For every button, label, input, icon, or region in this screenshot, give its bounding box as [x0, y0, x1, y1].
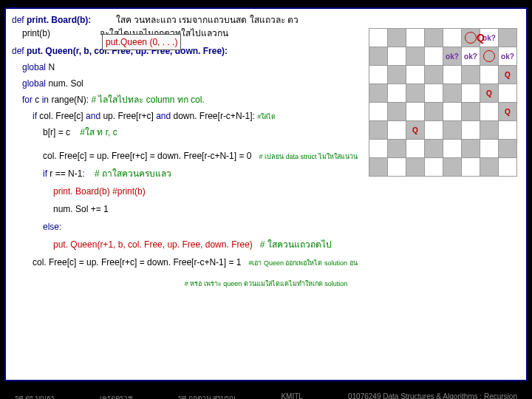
var-n: N — [48, 62, 55, 72]
ok-cell: ok? — [499, 47, 517, 66]
kw-and2: and — [156, 111, 171, 121]
line-set1: col. Free[c] = up. Free[r+c] = down. Fre… — [12, 256, 520, 269]
downfree: down. Free[r-c+N-1]: — [174, 111, 255, 121]
comment-4: # เปลยน data struct ไมใหใสแนวน — [259, 153, 358, 160]
comment-8: # หรอ เพราะ queen ตวนแมใสไดแตไมทำใหเกด s… — [185, 280, 348, 287]
content-box: def print. Board(b): ใสค วนทละแถว เรมจาก… — [4, 7, 528, 381]
putqueen-call: put.Queen (0, . . .) — [106, 37, 177, 47]
footer-author2: เครอตราช — [100, 392, 133, 399]
set1: col. Free[c] = up. Free[r+c] = down. Fre… — [33, 257, 241, 267]
printboard-call: print. Board(b) #print(b) — [53, 186, 146, 197]
comment-5: # ถาใสควนครบแลว — [95, 168, 171, 179]
footer-course: 01076249 Data Structures & Algorithms : … — [348, 392, 517, 399]
line-printboard: print. Board(b) #print(b) — [12, 185, 520, 198]
var-numsol: num. Sol — [48, 78, 83, 89]
thai-1: ใสค วนทละแถว เรมจากแถวบนสด ใสแถวละ ตว — [116, 15, 299, 25]
range-n: range(N): — [51, 95, 89, 105]
putqueen-box: put.Queen (0, . . .) — [102, 34, 181, 50]
kw-global1: global — [22, 62, 46, 72]
kw-def2: def — [12, 46, 24, 56]
footer-author1: รศ.ดร.บญธร — [15, 392, 55, 399]
putqueen-recurse: put. Queen(r+1, b, col. Free, up. Free, … — [53, 239, 253, 250]
comment-2: #ใสได — [257, 113, 276, 120]
fn-printboard: print. Board(b): — [27, 15, 91, 25]
circle-icon — [465, 32, 477, 44]
printb: print(b) — [22, 28, 50, 38]
rn1: r == N-1: — [50, 168, 84, 179]
numsol-inc: num. Sol += 1 — [53, 204, 109, 214]
queen-cell: Q — [406, 121, 425, 140]
comment-7: #เอา Queen ออกเพอใหได solution อน — [248, 259, 357, 267]
set0: col. Free[c] = up. Free[r+c] = down. Fre… — [43, 151, 251, 161]
kw-else: else: — [43, 222, 61, 232]
footer-author3: รศ.กฤตวน ศรบรณ — [178, 392, 236, 399]
kw-and1: and — [86, 111, 100, 121]
line-bottom-comment: # หรอ เพราะ queen ตวนแมใสไดแตไมทำใหเกด s… — [12, 276, 520, 290]
var-c: c — [35, 95, 39, 105]
kw-if2: if — [43, 168, 47, 179]
queen-cell: Q — [499, 103, 517, 121]
circle-icon — [483, 50, 495, 62]
footer-kmitl: KMITL — [281, 392, 302, 399]
kw-if1: if — [33, 111, 37, 121]
line-else: else: — [12, 220, 520, 233]
kw-in: in — [42, 95, 49, 105]
colfree: col. Free[c] — [39, 111, 83, 121]
queen-cell: Q — [499, 66, 517, 84]
line-recurse: put. Queen(r+1, b, col. Free, up. Free, … — [12, 238, 520, 251]
brc: b[r] = c — [43, 127, 70, 137]
comment-6: # ใสควนแถวถดไป — [260, 239, 332, 250]
ok-cell: ok? — [462, 47, 480, 66]
upfree: up. Free[r+c] — [103, 111, 153, 121]
chessboard: Qok? ok?ok?ok? Q Q Q Q — [369, 28, 517, 177]
kw-def: def — [12, 15, 24, 25]
ok-cell: ok? — [443, 47, 462, 66]
queen-cell: Q — [480, 84, 499, 103]
footer: รศ.ดร.บญธร เครอตราช รศ.กฤตวน ศรบรณ KMITL… — [0, 392, 532, 399]
line-numsol: num. Sol += 1 — [12, 202, 520, 216]
comment-3: #ใส ท r, c — [80, 127, 117, 137]
line-def-printboard: def print. Board(b): ใสค วนทละแถว เรมจาก… — [12, 13, 520, 27]
kw-for: for — [22, 95, 33, 105]
kw-global2: global — [22, 78, 46, 89]
comment-1: # ไลใสไปทละ column ทก col. — [91, 95, 204, 105]
slide: def print. Board(b): ใสค วนทละแถว เรมจาก… — [0, 7, 532, 399]
queen-cell: Q — [477, 30, 485, 46]
